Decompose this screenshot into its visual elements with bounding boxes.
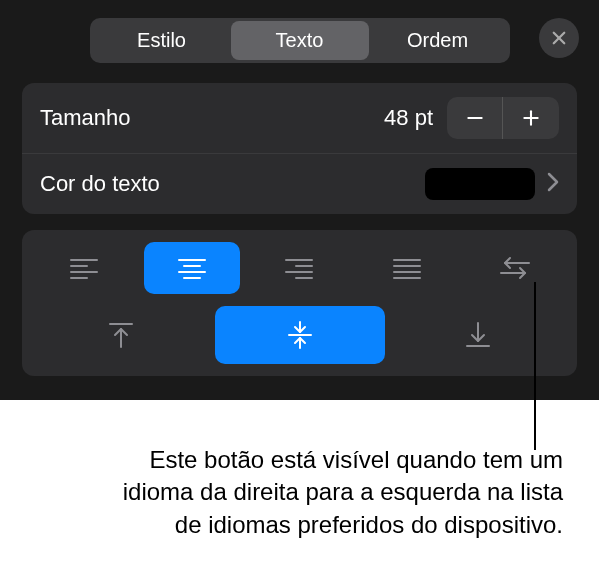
size-increase-button[interactable] [503,97,559,139]
size-stepper [447,97,559,139]
segmented-control: Estilo Texto Ordem [90,18,510,63]
text-color-label: Cor do texto [40,171,425,197]
align-center-button[interactable] [144,242,240,294]
text-color-swatch [425,168,535,200]
text-color-row[interactable]: Cor do texto [22,154,577,214]
tabs-row: Estilo Texto Ordem [22,18,577,63]
align-top-button[interactable] [36,306,206,364]
size-label: Tamanho [40,105,384,131]
size-value: 48 pt [384,105,447,131]
text-direction-icon [499,256,531,280]
align-justify-button[interactable] [359,242,455,294]
format-panel: Estilo Texto Ordem Tamanho 48 pt Cor do … [0,0,599,400]
close-button[interactable] [539,18,579,58]
align-left-button[interactable] [36,242,132,294]
align-right-icon [284,256,314,280]
align-top-icon [108,321,134,349]
alignment-group [22,230,577,376]
align-left-icon [69,256,99,280]
align-right-button[interactable] [252,242,348,294]
chevron-right-icon [547,172,559,196]
align-bottom-button[interactable] [393,306,563,364]
align-center-icon [177,256,207,280]
callout-leader-line [534,282,536,450]
text-properties-group: Tamanho 48 pt Cor do texto [22,83,577,214]
align-bottom-icon [465,321,491,349]
vertical-align-row [36,306,563,364]
tab-text[interactable]: Texto [231,21,369,60]
minus-icon [465,108,485,128]
horizontal-align-row [36,242,563,294]
align-middle-button[interactable] [215,306,385,364]
callout-text: Este botão está visível quando tem um id… [93,444,563,541]
text-direction-button[interactable] [467,242,563,294]
align-middle-icon [287,320,313,350]
tab-style[interactable]: Estilo [93,21,231,60]
size-decrease-button[interactable] [447,97,503,139]
close-icon [550,29,568,47]
size-row: Tamanho 48 pt [22,83,577,154]
align-justify-icon [392,256,422,280]
plus-icon [521,108,541,128]
tab-order[interactable]: Ordem [369,21,507,60]
